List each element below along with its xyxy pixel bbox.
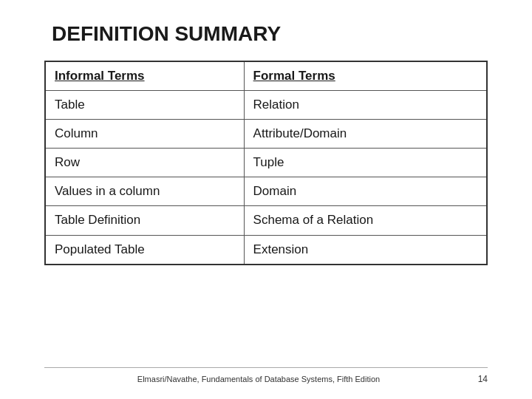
cell-formal-4: Schema of a Relation: [244, 206, 487, 235]
page: DEFINITION SUMMARY Informal Terms Formal…: [0, 0, 532, 399]
table-row: Values in a column Domain: [45, 177, 487, 206]
table-header-row: Informal Terms Formal Terms: [45, 61, 487, 91]
header-formal: Formal Terms: [244, 61, 487, 91]
table-row: Populated Table Extension: [45, 235, 487, 265]
cell-formal-2: Tuple: [244, 149, 487, 177]
cell-formal-5: Extension: [244, 235, 487, 265]
cell-informal-4: Table Definition: [45, 206, 244, 235]
footer: Elmasri/Navathe, Fundamentals of Databas…: [44, 367, 488, 384]
table-row: Column Attribute/Domain: [45, 120, 487, 149]
cell-formal-1: Attribute/Domain: [244, 120, 487, 149]
cell-informal-0: Table: [45, 91, 244, 120]
header-informal: Informal Terms: [45, 61, 244, 91]
cell-formal-3: Domain: [244, 177, 487, 206]
table-row: Row Tuple: [45, 149, 487, 177]
cell-formal-0: Relation: [244, 91, 487, 120]
cell-informal-3: Values in a column: [45, 177, 244, 206]
definition-table: Informal Terms Formal Terms Table Relati…: [44, 61, 488, 265]
footer-page-number: 14: [473, 374, 488, 384]
page-title: DEFINITION SUMMARY: [52, 22, 281, 46]
table-row: Table Definition Schema of a Relation: [45, 206, 487, 235]
footer-text: Elmasri/Navathe, Fundamentals of Databas…: [44, 375, 473, 383]
table-container: Informal Terms Formal Terms Table Relati…: [44, 61, 488, 358]
table-row: Table Relation: [45, 91, 487, 120]
cell-informal-2: Row: [45, 149, 244, 177]
cell-informal-5: Populated Table: [45, 235, 244, 265]
cell-informal-1: Column: [45, 120, 244, 149]
